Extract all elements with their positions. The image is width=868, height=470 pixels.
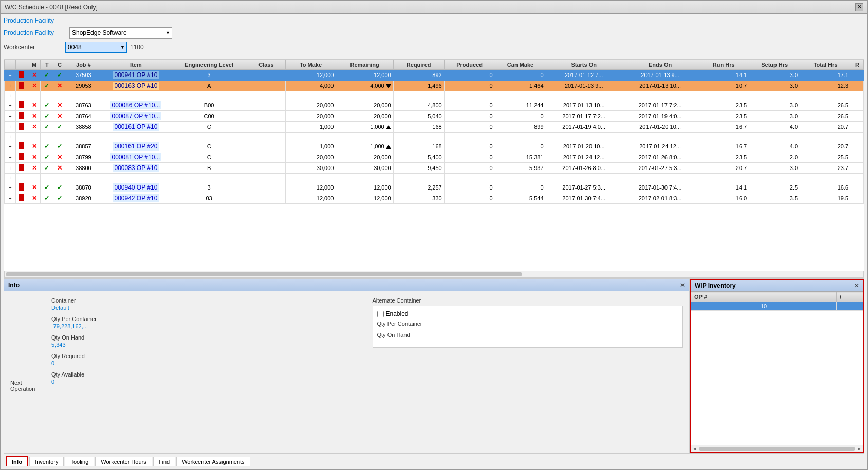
- th-runhrs[interactable]: Run Hrs: [698, 60, 749, 70]
- table-row[interactable]: +✕✓✕38799000081 OP #10...C20,00020,0005,…: [5, 152, 864, 163]
- wip-panel-close[interactable]: ✕: [854, 282, 859, 289]
- container-group: Container Default: [51, 297, 362, 311]
- alt-qty-per-container-group: Qty Per Container: [377, 321, 679, 327]
- col-setuphrs-val: 4.0: [749, 141, 800, 152]
- col-item-val: 000161 OP #20: [101, 141, 171, 152]
- row-marker: [16, 81, 28, 91]
- col-endson-val: [622, 133, 698, 141]
- window-close-button[interactable]: ✕: [855, 3, 863, 11]
- col-produced-val: 0: [444, 193, 495, 204]
- col-t-val: ✓: [41, 122, 53, 133]
- th-totalhrs[interactable]: Total Hrs: [800, 60, 851, 70]
- th-setuphrs[interactable]: Setup Hrs: [749, 60, 800, 70]
- table-container[interactable]: M T C Job # Item Engineering Level Class…: [4, 60, 864, 271]
- col-endson-val: 2017-01-19 4:0...: [622, 111, 698, 122]
- expand-btn: +: [5, 193, 16, 204]
- col-totalhrs-val: 20.7: [800, 122, 851, 133]
- th-class[interactable]: Class: [247, 60, 285, 70]
- th-remaining[interactable]: Remaining: [336, 60, 393, 70]
- wip-th-slash[interactable]: /: [837, 292, 863, 302]
- col-required-val: 168: [393, 141, 444, 152]
- th-job[interactable]: Job #: [66, 60, 101, 70]
- wip-table-row[interactable]: 10Press00: [691, 302, 864, 311]
- table-row[interactable]: +✕✓✓38870000940 OP #10312,00012,0002,257…: [5, 182, 864, 193]
- th-canmake[interactable]: Can Make: [495, 60, 546, 70]
- table-row[interactable]: +: [5, 91, 864, 100]
- th-produced[interactable]: Produced: [444, 60, 495, 70]
- info-panel-close[interactable]: ✕: [680, 281, 685, 289]
- table-row[interactable]: +✕✓✕38764000087 OP #10...C0020,00020,000…: [5, 111, 864, 122]
- col-runhrs-val: 20.7: [698, 163, 749, 174]
- row-marker: [16, 111, 28, 122]
- wip-scroll-right[interactable]: ►: [856, 446, 863, 452]
- wip-bottom-scroll[interactable]: ◄ ►: [691, 445, 863, 452]
- title-bar: W/C Schedule - 0048 [Read Only] ✕: [1, 1, 867, 14]
- col-produced-val: 0: [444, 70, 495, 81]
- col-class-val: [247, 91, 285, 100]
- table-row[interactable]: +✕✓✓37503000941 OP #10312,00012,00089200…: [5, 70, 864, 81]
- enabled-row: Enabled: [377, 310, 679, 317]
- col-r-val: [851, 133, 864, 141]
- tab-inventory[interactable]: Inventory: [29, 457, 64, 466]
- table-row[interactable]: +✕✓✓38857000161 OP #20C1,0001,000 168002…: [5, 141, 864, 152]
- table-row[interactable]: +✕✓✓38920000942 OP #100312,00012,0003300…: [5, 193, 864, 204]
- tab-info[interactable]: Info: [6, 456, 28, 466]
- expand-btn: +: [5, 141, 16, 152]
- th-required[interactable]: Required: [393, 60, 444, 70]
- th-t[interactable]: T: [41, 60, 53, 70]
- col-produced-val: 0: [444, 152, 495, 163]
- table-row[interactable]: +✕✓✕38763000086 OP #10...B0020,00020,000…: [5, 100, 864, 111]
- col-canmake-val: 0: [495, 141, 546, 152]
- th-startson[interactable]: Starts On: [546, 60, 622, 70]
- col-produced-val: [444, 133, 495, 141]
- col-runhrs-val: 23.5: [698, 111, 749, 122]
- table-row[interactable]: +: [5, 133, 864, 141]
- enabled-checkbox[interactable]: [377, 311, 384, 317]
- workcenter-row: Workcenter 0048 1100: [4, 42, 864, 53]
- wip-th-op[interactable]: OP #: [691, 292, 837, 302]
- th-item[interactable]: Item: [101, 60, 171, 70]
- th-tomake[interactable]: To Make: [285, 60, 336, 70]
- col-endson-val: 2017-01-30 7:4...: [622, 182, 698, 193]
- tab-find[interactable]: Find: [153, 457, 175, 466]
- col-endson-val: 2017-01-13 10...: [622, 81, 698, 91]
- tab-tooling[interactable]: Tooling: [65, 457, 94, 466]
- th-r[interactable]: R: [851, 60, 864, 70]
- row-marker: [16, 133, 28, 141]
- col-c-val: ✕: [53, 163, 66, 174]
- row-marker: [16, 122, 28, 133]
- wip-scroll-left[interactable]: ◄: [691, 446, 698, 452]
- col-r-val: [851, 81, 864, 91]
- wip-scroll-area[interactable]: OP # / Operation On-hand Held 10Press00: [691, 292, 863, 445]
- col-setuphrs-val: 4.0: [749, 122, 800, 133]
- form-section: Production Facility Production Facility …: [4, 17, 864, 56]
- container-label: Container: [51, 297, 362, 304]
- col-class-val: [247, 163, 285, 174]
- col-m-val: [28, 133, 41, 141]
- th-c[interactable]: C: [53, 60, 66, 70]
- workcenter-input[interactable]: 0048: [65, 42, 127, 53]
- expand-btn: +: [5, 152, 16, 163]
- row-marker: [16, 174, 28, 182]
- production-facility-select[interactable]: ShopEdge Software: [69, 27, 172, 39]
- col-produced-val: [444, 174, 495, 182]
- col-produced-val: 0: [444, 182, 495, 193]
- horizontal-scrollbar[interactable]: [4, 271, 864, 278]
- col-t-val: ✓: [41, 182, 53, 193]
- col-tomake-val: 12,000: [285, 70, 336, 81]
- th-m[interactable]: M: [28, 60, 41, 70]
- col-eng-val: C: [171, 122, 247, 133]
- tab-workcenter-hours[interactable]: Workcenter Hours: [95, 457, 152, 466]
- table-row[interactable]: +✕✓✓38858000161 OP #10C1,0001,000 168089…: [5, 122, 864, 133]
- th-endson[interactable]: Ends On: [622, 60, 698, 70]
- table-row[interactable]: +✕✓✕38800000083 OP #10B30,00030,0009,450…: [5, 163, 864, 174]
- col-required-val: 2,257: [393, 182, 444, 193]
- table-row[interactable]: +: [5, 174, 864, 182]
- th-eng-level[interactable]: Engineering Level: [171, 60, 247, 70]
- row-marker: [16, 163, 28, 174]
- table-row[interactable]: +✕✓✕29053000163 OP #10A4,0004,000 1,4960…: [5, 81, 864, 91]
- tab-workcenter-assignments[interactable]: Workcenter Assignments: [176, 457, 250, 466]
- production-facility-link[interactable]: Production Facility: [4, 17, 54, 24]
- col-class-val: [247, 100, 285, 111]
- col-setuphrs-val: 3.0: [749, 111, 800, 122]
